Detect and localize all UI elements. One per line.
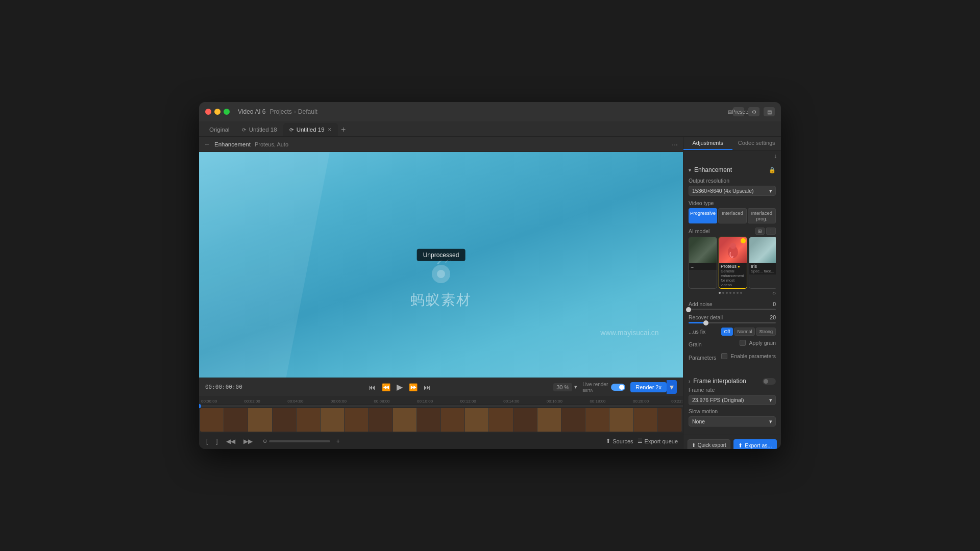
grain-checkbox[interactable] [740, 340, 746, 346]
focus-fix-off[interactable]: Off [721, 328, 733, 336]
parameters-checkbox[interactable] [721, 353, 727, 359]
download-icon[interactable]: ↓ [774, 153, 777, 160]
enhancement-more[interactable]: ··· [672, 140, 678, 148]
codec-settings-label: Codec settings [738, 140, 775, 146]
frame-interpolation-header[interactable]: › Frame interpolation [683, 374, 781, 387]
quick-export-button[interactable]: ⬆ Quick export [688, 439, 730, 449]
close-button[interactable] [205, 109, 211, 115]
prev-clip-btn[interactable]: ◀◀ [224, 438, 237, 445]
dot-5 [733, 292, 735, 294]
breadcrumb: Projects › Default [270, 108, 317, 115]
quick-export-label: Quick export [698, 442, 726, 448]
sources-icon: ⬆ [606, 438, 610, 444]
model-card-left[interactable]: ... [689, 237, 717, 289]
focus-fix-strong[interactable]: Strong [756, 328, 776, 336]
bracket-left-btn[interactable]: [ [204, 438, 210, 445]
skip-start-btn[interactable]: ⏮ [369, 384, 376, 391]
tab-untitled19[interactable]: ⟳ Untitled 19 ✕ [283, 123, 338, 136]
scrubber-track[interactable] [269, 440, 330, 442]
proteus-label: Proteus ● General enhancement for most v… [719, 263, 747, 288]
video-type-row: Video type Progressive Interlaced Interl… [689, 200, 776, 223]
render-2x-label: Render 2x [635, 384, 662, 390]
tab-untitled19-label: Untitled 19 [297, 127, 325, 133]
watermark-text: 蚂蚁素材 [410, 290, 472, 310]
timeline-track[interactable] [199, 407, 683, 433]
model-card-iris[interactable]: Iris Spec... face... [749, 237, 776, 289]
ai-badge-1[interactable]: ⊞ [755, 228, 765, 235]
add-noise-thumb[interactable] [686, 307, 691, 312]
ai-badge-2[interactable]: ⋮ [766, 228, 776, 235]
ruler-mark-0: 00:00:00 [201, 399, 217, 404]
thumb-10 [417, 408, 441, 432]
render-2x-btn[interactable]: Render 2x [630, 382, 667, 392]
flamingo-svg [725, 241, 741, 259]
export-as-icon: ⬆ [738, 442, 743, 448]
active-badge [741, 238, 746, 243]
track-thumbnails [200, 408, 682, 432]
vt-interlaced[interactable]: Interlaced [718, 208, 746, 223]
back-icon[interactable]: ← [204, 141, 210, 148]
settings-button[interactable]: ⚙ [748, 107, 760, 116]
sources-label: Sources [612, 438, 633, 444]
presets-icon: ⊞ [728, 109, 732, 115]
grain-label: Grain [689, 341, 702, 347]
tab-untitled18[interactable]: ⟳ Untitled 18 [236, 123, 283, 136]
projects-link[interactable]: Projects [270, 108, 292, 115]
frame-rate-select[interactable]: 23.976 FPS (Original) ▾ [689, 395, 776, 405]
tab-add-button[interactable]: + [338, 124, 349, 135]
fi-enable-toggle[interactable] [763, 378, 776, 385]
add-clip-btn[interactable]: + [334, 438, 342, 445]
thumb-1 [200, 408, 224, 432]
tab-untitled19-close[interactable]: ✕ [328, 127, 332, 132]
tab-original[interactable]: Original [203, 123, 236, 136]
vt-progressive[interactable]: Progressive [689, 208, 717, 223]
sources-button[interactable]: ⬆ Sources [606, 438, 633, 444]
focus-fix-normal[interactable]: Normal [734, 328, 755, 336]
recover-detail-track[interactable] [689, 322, 776, 323]
slow-motion-value: None [692, 418, 705, 424]
recover-detail-thumb[interactable] [703, 320, 708, 325]
tab-codec-settings[interactable]: Codec settings [732, 137, 781, 150]
add-noise-track[interactable] [689, 309, 776, 310]
minimize-button[interactable] [214, 109, 220, 115]
thumb-15 [537, 408, 561, 432]
maximize-button[interactable] [224, 109, 230, 115]
slow-motion-select[interactable]: None ▾ [689, 416, 776, 427]
svg-point-3 [730, 243, 736, 249]
thumb-5 [297, 408, 321, 432]
default-link[interactable]: Default [298, 108, 317, 115]
output-resolution-label: Output resolution [689, 178, 776, 184]
output-resolution-select[interactable]: 15360×8640 (4x Upscale) ▾ [689, 186, 776, 196]
ruler-marks: 00:00:00 00:02:00 00:04:00 00:06:00 00:0… [201, 396, 681, 405]
prev-frame-btn[interactable]: ⏪ [382, 384, 390, 391]
fps-value[interactable]: 30 % [553, 383, 572, 391]
tab-adjustments[interactable]: Adjustments [683, 137, 732, 150]
next-clip-btn[interactable]: ▶▶ [241, 438, 255, 445]
layout-button[interactable]: ▤ [764, 107, 775, 116]
preset-button[interactable]: ⊞ Presets [733, 107, 744, 116]
skip-end-btn[interactable]: ⏭ [424, 384, 431, 391]
enhancement-section-header[interactable]: ▾ Enhancement 🔒 [683, 162, 781, 176]
model-card-proteus[interactable]: Proteus ● General enhancement for most v… [719, 237, 747, 289]
frame-rate-label: Frame rate [689, 387, 776, 393]
export-as-button[interactable]: ⬆ Export as... [733, 439, 777, 449]
next-frame-btn[interactable]: ⏩ [409, 384, 418, 391]
iris-label: Iris Spec... face... [749, 263, 776, 274]
export-queue-button[interactable]: ☰ Export queue [638, 438, 678, 444]
render-btn-dropdown[interactable]: ▾ [667, 380, 677, 394]
carousel-next[interactable]: › [774, 290, 776, 296]
fps-arrow[interactable]: ▾ [574, 384, 577, 390]
bracket-right-btn[interactable]: ] [214, 438, 219, 445]
enhancement-sub: Proteus, Auto [255, 141, 288, 147]
live-render-toggle[interactable] [611, 384, 625, 391]
dot-2 [722, 292, 724, 294]
iris-name: Iris [751, 264, 775, 269]
ruler-mark-4: 00:08:00 [374, 399, 389, 404]
window-controls: ⊞ Presets ⚙ ▤ [733, 107, 775, 116]
timecode: 00:00:00:00 [205, 384, 246, 390]
dot-6 [737, 292, 739, 294]
proteus-desc: General enhancement for most videos [721, 269, 745, 287]
play-btn[interactable]: ▶ [397, 383, 403, 391]
model-left-name: ... [691, 264, 715, 269]
vt-interlaced-prog[interactable]: Interlaced prog. [748, 208, 776, 223]
